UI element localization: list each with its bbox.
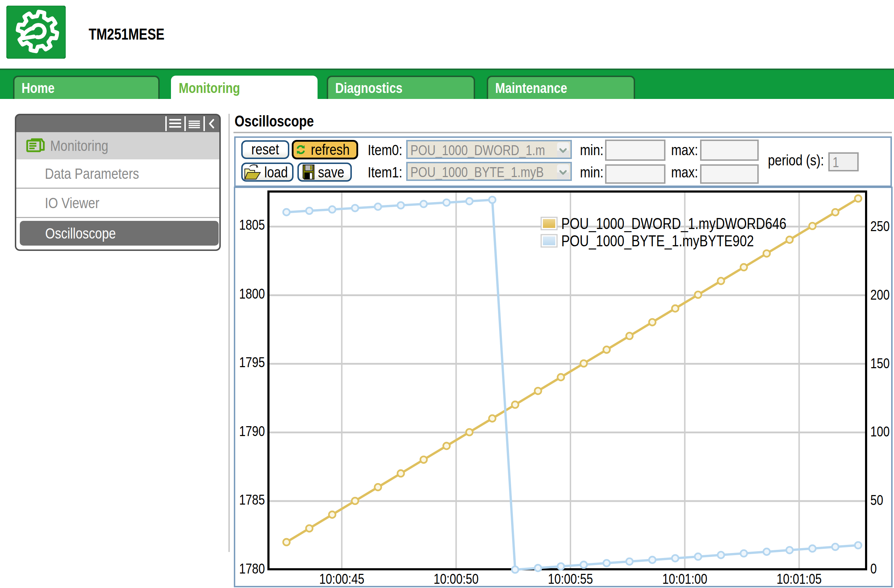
svg-text:10:01:05: 10:01:05 — [777, 571, 822, 587]
svg-text:1790: 1790 — [239, 423, 265, 439]
svg-text:0: 0 — [870, 561, 877, 577]
svg-text:POU_1000_DWORD_1.myDWORD646: POU_1000_DWORD_1.myDWORD646 — [561, 215, 786, 233]
svg-text:250: 250 — [870, 218, 890, 234]
svg-text:POU_1000_BYTE_1.myBYTE902: POU_1000_BYTE_1.myBYTE902 — [561, 233, 754, 250]
svg-text:10:00:45: 10:00:45 — [319, 571, 364, 587]
svg-text:1785: 1785 — [239, 492, 265, 508]
svg-text:1805: 1805 — [239, 217, 265, 233]
svg-text:1795: 1795 — [239, 354, 265, 370]
svg-text:10:00:50: 10:00:50 — [433, 571, 479, 587]
svg-text:200: 200 — [870, 287, 890, 303]
svg-text:100: 100 — [870, 424, 890, 440]
svg-text:1780: 1780 — [239, 561, 265, 577]
svg-text:50: 50 — [870, 492, 883, 508]
svg-text:1800: 1800 — [239, 286, 265, 302]
svg-text:10:01:00: 10:01:00 — [662, 571, 708, 587]
svg-text:150: 150 — [870, 355, 890, 371]
svg-text:10:00:55: 10:00:55 — [548, 571, 593, 587]
